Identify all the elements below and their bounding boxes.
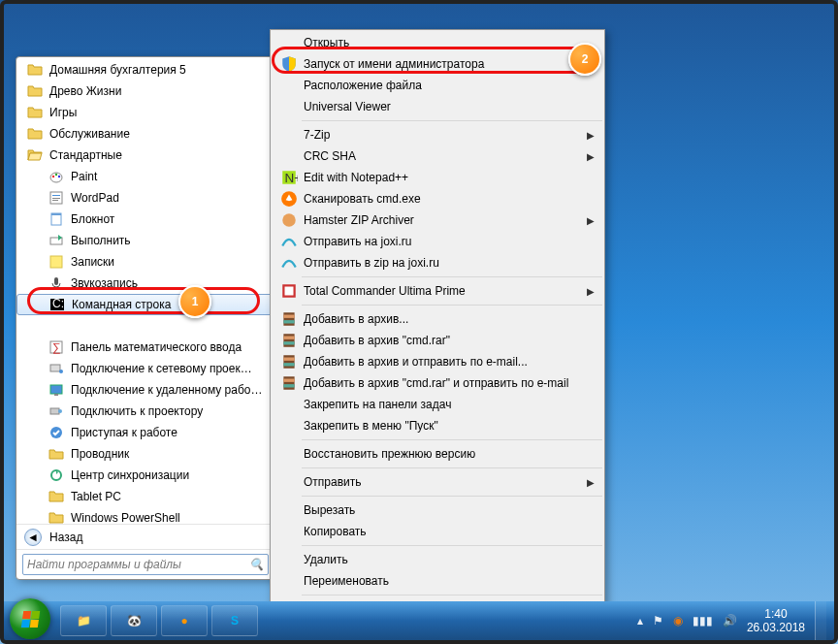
search-placeholder: Найти программы и файлы: [27, 558, 181, 571]
blank-icon: [280, 98, 298, 115]
context-item-20[interactable]: Закрепить в меню "Пуск": [274, 415, 602, 436]
program-label: Панель математического ввода: [71, 340, 242, 354]
back-button[interactable]: ◄ Назад: [16, 524, 274, 549]
search-input[interactable]: Найти программы и файлы 🔍: [22, 554, 269, 575]
context-item-29[interactable]: Удалить: [274, 549, 602, 570]
program-item-15[interactable]: Подключение к удаленному рабо…: [16, 379, 274, 401]
blank-icon: [48, 317, 65, 335]
blank-icon: [280, 147, 298, 165]
program-label: Записки: [71, 255, 114, 269]
taskbar-buttons: 📁 🐼 ● S: [60, 605, 258, 636]
svg-rect-33: [283, 320, 294, 323]
svg-rect-21: [50, 408, 59, 414]
program-item-21[interactable]: Windows PowerShell: [16, 507, 274, 524]
program-item-2[interactable]: Игры: [16, 102, 274, 123]
svg-rect-34: [283, 334, 294, 347]
context-item-19[interactable]: Закрепить на панели задач: [274, 394, 602, 415]
context-item-8[interactable]: Сканировать cmd.exe: [274, 188, 602, 209]
context-label: Переименовать: [304, 574, 389, 588]
svg-point-22: [58, 409, 62, 413]
program-item-20[interactable]: Tablet PC: [16, 486, 274, 507]
program-item-3[interactable]: Обслуживание: [16, 123, 274, 145]
svg-rect-30: [285, 287, 294, 296]
program-item-17[interactable]: Приступая к работе: [16, 422, 274, 443]
context-item-5[interactable]: 7-Zip▶: [274, 124, 602, 145]
context-item-27[interactable]: Копировать: [274, 521, 602, 542]
taskbar-explorer[interactable]: 📁: [60, 605, 107, 636]
context-item-9[interactable]: Hamster ZIP Archiver▶: [274, 209, 602, 231]
volume-icon[interactable]: 🔊: [723, 614, 737, 628]
program-item-9[interactable]: Записки: [16, 251, 274, 273]
program-item-18[interactable]: Проводник: [16, 443, 274, 465]
taskbar-app-panda[interactable]: 🐼: [111, 605, 157, 636]
search-icon: 🔍: [249, 558, 264, 571]
program-item-1[interactable]: Древо Жизни: [16, 80, 274, 102]
context-item-13[interactable]: Total Commander Ultima Prime▶: [274, 280, 602, 302]
program-item-13[interactable]: ∑Панель математического ввода: [16, 337, 274, 358]
program-item-0[interactable]: Домашняя бухгалтерия 5: [16, 59, 274, 80]
tcup-icon: [280, 282, 298, 300]
tray-chevron-icon[interactable]: ▴: [637, 614, 643, 628]
clock[interactable]: 1:40 26.03.2018: [747, 607, 805, 634]
svg-rect-42: [283, 384, 294, 387]
joxi-icon: [280, 254, 298, 272]
context-item-10[interactable]: Отправить на joxi.ru: [274, 231, 602, 252]
blank-icon: [280, 473, 298, 491]
context-separator: [302, 545, 602, 546]
context-label: Добавить в архив...: [304, 312, 408, 326]
context-menu: ОткрытьЗапуск от имени администратораРас…: [270, 29, 605, 623]
back-label: Назад: [49, 531, 82, 544]
svg-rect-19: [50, 385, 62, 394]
context-item-2[interactable]: Расположение файла: [274, 75, 602, 96]
date-text: 26.03.2018: [747, 621, 805, 634]
math-icon: ∑: [48, 338, 65, 356]
program-label: Подключение к удаленному рабо…: [71, 383, 263, 397]
context-item-6[interactable]: CRC SHA▶: [274, 145, 602, 167]
svg-rect-5: [52, 195, 60, 196]
explorer-icon: [48, 445, 65, 463]
context-separator: [302, 305, 602, 306]
submenu-arrow-icon: ▶: [587, 130, 595, 141]
context-label: 7-Zip: [304, 128, 330, 142]
svg-rect-11: [50, 256, 62, 268]
svg-rect-17: [50, 365, 60, 371]
program-item-7[interactable]: Блокнот: [16, 209, 274, 230]
context-item-30[interactable]: Переименовать: [274, 570, 602, 592]
context-item-22[interactable]: Восстановить прежнюю версию: [274, 443, 602, 465]
context-item-26[interactable]: Вырезать: [274, 499, 602, 521]
avast-tray-icon[interactable]: ◉: [673, 614, 683, 628]
context-label: Сканировать cmd.exe: [304, 192, 421, 206]
context-item-7[interactable]: N+Edit with Notepad++: [274, 167, 602, 188]
npp-icon: N+: [280, 169, 298, 186]
context-item-16[interactable]: Добавить в архив "cmd.rar": [274, 330, 602, 351]
context-label: CRC SHA: [304, 149, 356, 163]
context-item-24[interactable]: Отправить▶: [274, 471, 602, 493]
program-item-8[interactable]: Выполнить: [16, 230, 274, 251]
context-item-3[interactable]: Universal Viewer: [274, 96, 602, 117]
search-row: Найти программы и файлы 🔍: [16, 549, 274, 579]
svg-text:∑: ∑: [52, 340, 61, 354]
start-button[interactable]: [10, 598, 50, 639]
context-item-11[interactable]: Отправить в zip на joxi.ru: [274, 252, 602, 274]
program-item-6[interactable]: WordPad: [16, 187, 274, 209]
show-desktop-button[interactable]: [815, 601, 826, 640]
network-icon[interactable]: ▮▮▮: [693, 614, 713, 628]
flag-icon[interactable]: ⚑: [653, 614, 663, 628]
program-item-5[interactable]: Paint: [16, 166, 274, 187]
svg-point-3: [58, 176, 60, 177]
svg-point-28: [282, 213, 296, 227]
taskbar-firefox[interactable]: ●: [161, 605, 208, 636]
program-item-12[interactable]: [16, 315, 274, 337]
program-item-14[interactable]: Подключение к сетевому проек…: [16, 358, 274, 379]
context-item-18[interactable]: Добавить в архив "cmd.rar" и отправить п…: [274, 372, 602, 394]
blank-icon: [280, 445, 298, 463]
program-item-19[interactable]: Центр синхронизации: [16, 465, 274, 486]
context-item-17[interactable]: Добавить в архив и отправить по e-mail..…: [274, 351, 602, 372]
rar-icon: [280, 310, 298, 328]
taskbar-skype[interactable]: S: [211, 605, 258, 636]
context-item-15[interactable]: Добавить в архив...: [274, 308, 602, 330]
program-item-4[interactable]: Стандартные: [16, 145, 274, 166]
program-item-16[interactable]: Подключить к проектору: [16, 401, 274, 422]
rar-icon: [280, 332, 298, 349]
context-label: Edit with Notepad++: [304, 171, 408, 184]
